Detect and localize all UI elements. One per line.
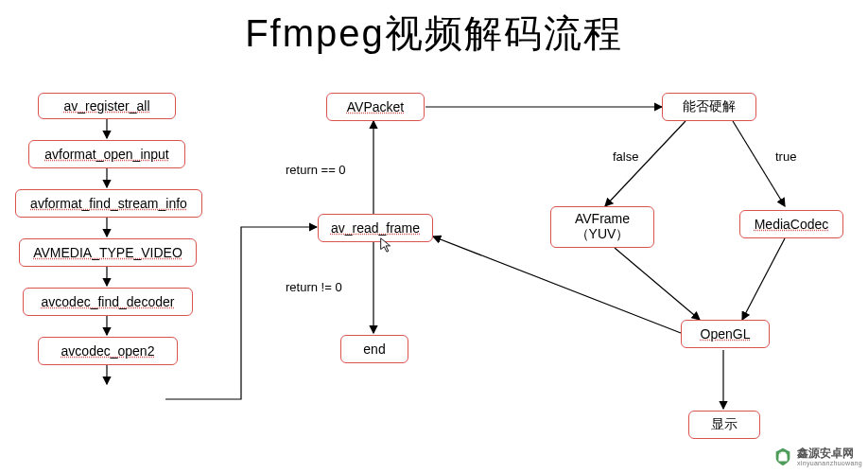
- watermark-py: xinyuananzhuowang: [797, 460, 862, 467]
- label-return-eq-0: return == 0: [286, 163, 346, 177]
- box-avmedia-type-video: AVMEDIA_TYPE_VIDEO: [19, 238, 197, 267]
- box-av-read-frame: av_read_frame: [318, 214, 433, 242]
- svg-line-11: [615, 248, 700, 320]
- box-avformat-find-stream-info: avformat_find_stream_info: [15, 189, 202, 218]
- svg-line-9: [605, 121, 686, 206]
- diagram-canvas: av_register_all avformat_open_input avfo…: [0, 0, 868, 473]
- box-avformat-open-input: avformat_open_input: [28, 140, 185, 168]
- box-avframe-yuv: AVFrame （YUV）: [550, 206, 654, 248]
- box-avcodec-open2: avcodec_open2: [38, 337, 178, 365]
- box-avframe-line1: AVFrame: [575, 211, 630, 226]
- box-avframe-line2: （YUV）: [576, 226, 630, 243]
- arrows-layer: [0, 0, 868, 473]
- box-avpacket: AVPacket: [326, 93, 425, 121]
- svg-line-10: [733, 121, 785, 206]
- box-hw-decode-check: 能否硬解: [662, 93, 756, 121]
- watermark-cn: 鑫源安卓网: [797, 447, 862, 460]
- svg-line-12: [742, 238, 785, 320]
- svg-line-13: [433, 236, 681, 333]
- cursor-icon: [378, 236, 395, 254]
- box-display: 显示: [688, 411, 760, 439]
- label-false: false: [613, 149, 638, 164]
- watermark: 鑫源安卓网 xinyuananzhuowang: [773, 447, 862, 467]
- box-av-register-all: av_register_all: [38, 93, 176, 119]
- svg-rect-15: [778, 456, 787, 462]
- box-end: end: [340, 335, 408, 363]
- box-mediacodec: MediaCodec: [739, 210, 843, 238]
- box-opengl: OpenGL: [681, 320, 770, 348]
- label-return-ne-0: return != 0: [286, 280, 342, 294]
- label-true: true: [775, 149, 796, 164]
- box-avcodec-find-decoder: avcodec_find_decoder: [23, 288, 193, 316]
- watermark-logo-icon: [773, 447, 793, 467]
